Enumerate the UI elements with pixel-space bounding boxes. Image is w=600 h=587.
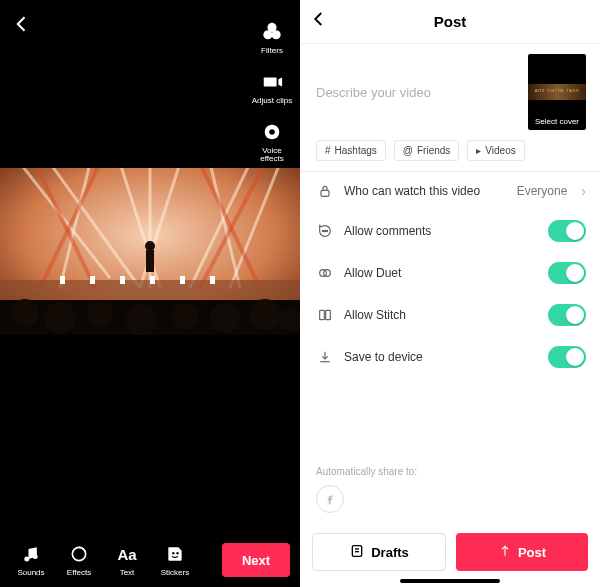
save-label: Save to device [344,350,538,364]
chip-label: Hashtags [335,145,377,156]
text-button[interactable]: Aa Text [106,543,148,577]
svg-marker-4 [278,77,282,86]
filters-label: Filters [261,47,283,56]
svg-point-35 [145,241,155,251]
svg-point-39 [44,302,76,334]
save-toggle[interactable] [548,346,586,368]
download-icon [316,348,334,366]
adjust-clips-icon [260,70,284,94]
svg-point-52 [322,230,323,231]
post-button[interactable]: Post [456,533,588,571]
svg-rect-3 [264,77,277,86]
stitch-toggle[interactable] [548,304,586,326]
drafts-button[interactable]: Drafts [312,533,446,571]
svg-point-38 [11,299,39,327]
suggestion-chips: #Hashtags @Friends ▸Videos [300,140,600,171]
voice-effects-icon [260,120,284,144]
svg-rect-33 [180,276,185,284]
next-button[interactable]: Next [222,543,290,577]
share-targets [300,485,600,527]
music-note-icon [20,543,42,565]
drafts-icon [349,543,365,562]
hashtags-chip[interactable]: #Hashtags [316,140,386,161]
privacy-value: Everyone [517,184,568,198]
stickers-label: Stickers [161,568,189,577]
svg-rect-31 [120,276,125,284]
effects-button[interactable]: Effects [58,543,100,577]
drafts-label: Drafts [371,545,409,560]
duet-setting: Allow Duet [300,252,600,294]
videos-chip[interactable]: ▸Videos [467,140,524,161]
hash-icon: # [325,145,331,156]
effects-label: Effects [67,568,91,577]
svg-point-46 [24,557,29,562]
post-title: Post [434,13,467,30]
svg-point-40 [87,301,113,327]
sounds-button[interactable]: Sounds [10,543,52,577]
filters-icon [260,20,284,44]
description-input[interactable] [316,54,518,130]
select-cover-button[interactable]: ADD TIKTOK TAGS Select cover [528,54,586,130]
duet-icon [316,264,334,282]
share-label: Automatically share to: [300,466,600,485]
text-label: Text [120,568,135,577]
svg-point-53 [324,230,325,231]
post-footer: Drafts Post [300,527,600,579]
privacy-setting[interactable]: Who can watch this video Everyone › [300,172,600,210]
post-icon [498,544,512,561]
svg-point-49 [172,552,174,554]
duet-label: Allow Duet [344,266,538,280]
duet-toggle[interactable] [548,262,586,284]
comment-icon [316,222,334,240]
post-screen: Post ADD TIKTOK TAGS Select cover #Hasht… [300,0,600,587]
svg-point-1 [263,30,272,39]
adjust-clips-label: Adjust clips [252,97,292,106]
editor-screen: Filters Adjust clips Voice effects Voice… [0,0,300,587]
svg-rect-58 [326,310,331,319]
svg-point-6 [269,129,275,135]
comments-setting: Allow comments [300,210,600,252]
svg-point-41 [126,304,158,335]
post-header: Post [300,0,600,44]
svg-rect-29 [60,276,65,284]
select-cover-label: Select cover [528,117,586,126]
chip-label: Videos [485,145,515,156]
comments-toggle[interactable] [548,220,586,242]
privacy-label: Who can watch this video [344,184,507,198]
adjust-clips-button[interactable]: Adjust clips [244,70,300,106]
svg-point-2 [272,30,281,39]
svg-point-43 [210,303,240,333]
play-icon: ▸ [476,145,481,156]
svg-rect-51 [321,190,329,196]
bottom-toolbar: Sounds Effects Aa Text Stickers Next [0,543,300,577]
back-button[interactable] [12,14,32,38]
svg-point-54 [326,230,327,231]
stitch-setting: Allow Stitch [300,294,600,336]
sounds-label: Sounds [17,568,44,577]
voice-effects-label: Voice effects [260,147,283,165]
stickers-button[interactable]: Stickers [154,543,196,577]
save-setting: Save to device [300,336,600,378]
share-facebook-button[interactable] [316,485,344,513]
effects-icon [68,543,90,565]
svg-rect-34 [210,276,215,284]
stitch-icon [316,306,334,324]
comments-label: Allow comments [344,224,538,238]
filters-button[interactable]: Filters [244,20,300,56]
cover-thumbnail-text: ADD TIKTOK TAGS [528,88,586,93]
post-button-label: Post [518,545,546,560]
svg-rect-30 [90,276,95,284]
svg-rect-32 [150,276,155,284]
friends-chip[interactable]: @Friends [394,140,460,161]
text-icon: Aa [116,543,138,565]
home-indicator [400,579,500,583]
video-preview[interactable] [0,168,300,335]
chevron-right-icon: › [581,183,586,199]
svg-point-47 [33,554,38,559]
stitch-label: Allow Stitch [344,308,538,322]
svg-point-50 [176,552,178,554]
svg-point-44 [249,299,281,331]
voice-effects-button[interactable]: Voice effects [244,120,300,165]
post-back-button[interactable] [310,10,328,33]
svg-point-48 [72,547,85,560]
